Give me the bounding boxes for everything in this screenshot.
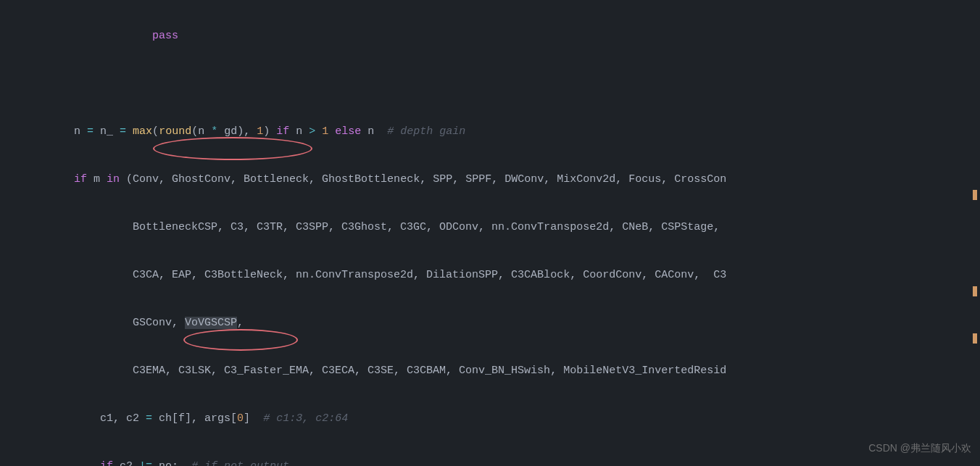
code-line: n = n_ = max(round(n * gd), 1) if n > 1 … <box>22 120 980 143</box>
keyword-pass: pass <box>152 30 178 42</box>
code-line: if c2 != no: # if not output <box>22 454 980 466</box>
change-marker <box>973 190 977 200</box>
change-marker <box>973 286 977 296</box>
code-line: BottleneckCSP, C3, C3TR, C3SPP, C3Ghost,… <box>22 215 980 239</box>
code-line: if m in (Conv, GhostConv, Bottleneck, Gh… <box>22 167 980 191</box>
code-line: GSConv, VoVGSCSP, <box>22 311 980 335</box>
code-line: C3CA, EAP, C3BottleNeck, nn.ConvTranspos… <box>22 263 980 287</box>
code-line-blank <box>22 72 980 96</box>
watermark: CSDN @弗兰随风小欢 <box>868 436 971 460</box>
code-editor[interactable]: pass n = n_ = max(round(n * gd), 1) if n… <box>0 0 980 466</box>
code-line: pass <box>22 24 980 48</box>
selection-highlight: VoVGSCSP <box>185 317 237 329</box>
change-marker <box>973 333 977 344</box>
code-line: c1, c2 = ch[f], args[0] # c1:3, c2:64 <box>22 407 980 430</box>
code-line: C3EMA, C3LSK, C3_Faster_EMA, C3ECA, C3SE… <box>22 359 980 383</box>
